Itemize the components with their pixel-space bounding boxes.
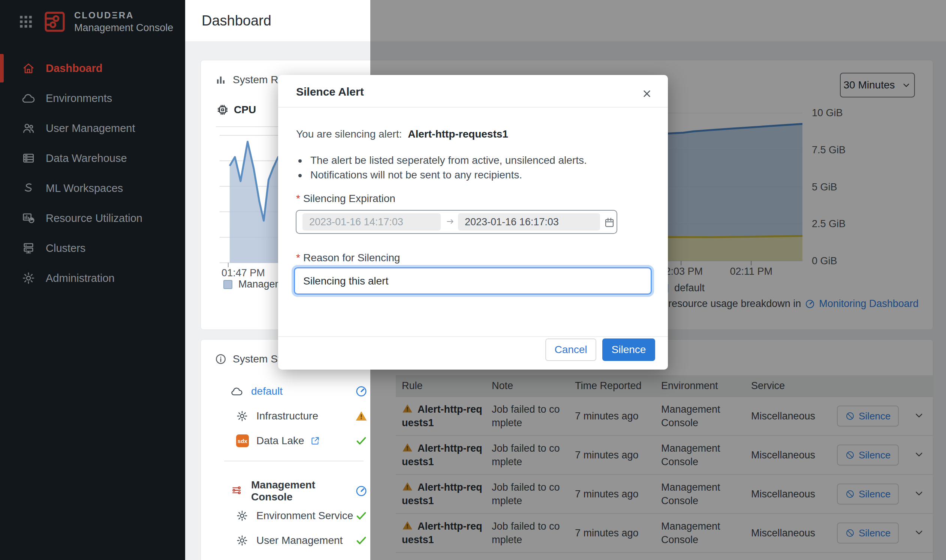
status-item-data-lake: sdxData Lake bbox=[223, 428, 368, 453]
sidebar-item-ml-workspaces[interactable]: ML Workspaces bbox=[0, 173, 185, 203]
warning-icon bbox=[355, 410, 368, 422]
expiration-label: *Silencing Expiration bbox=[296, 193, 395, 205]
bar-chart-icon bbox=[215, 74, 227, 86]
intro-label: You are silencing alert: bbox=[296, 128, 402, 140]
app-switcher-grid-icon[interactable] bbox=[18, 14, 34, 29]
sidebar-item-label: Administration bbox=[46, 272, 115, 285]
gear-icon bbox=[236, 534, 248, 546]
cpu-x-tick-label: 01:47 PM bbox=[222, 267, 265, 279]
gear-icon bbox=[22, 271, 35, 285]
cloudera-logo-icon bbox=[43, 10, 67, 34]
status-item-label: User Management bbox=[256, 534, 343, 546]
status-item-ml-control-plane: ML Control Plane bbox=[223, 553, 368, 560]
reason-label: *Reason for Silencing bbox=[296, 252, 400, 264]
cloud-icon bbox=[22, 91, 35, 105]
app-window: CLOUDΞRA Management Console DashboardEnv… bbox=[0, 0, 946, 560]
modal-intro: You are silencing alert: Alert-http-requ… bbox=[296, 128, 508, 140]
sidebar-item-label: Environments bbox=[46, 92, 112, 105]
status-group-management-console: Management Console bbox=[223, 478, 368, 503]
close-icon[interactable] bbox=[641, 88, 653, 100]
resource-icon bbox=[22, 211, 35, 225]
alert-name: Alert-http-requests1 bbox=[408, 128, 508, 140]
arrow-right-icon bbox=[446, 217, 455, 226]
check-icon bbox=[355, 509, 368, 522]
sidebar-menu: DashboardEnvironmentsUser ManagementData… bbox=[0, 53, 185, 293]
sidebar-item-environments[interactable]: Environments bbox=[0, 83, 185, 113]
status-item-label: Infrastructure bbox=[256, 410, 318, 422]
gear-icon bbox=[236, 410, 248, 422]
sidebar-item-label: Dashboard bbox=[46, 62, 102, 75]
info-icon bbox=[215, 353, 227, 365]
sidebar-item-data-warehouse[interactable]: Data Warehouse bbox=[0, 143, 185, 173]
sidebar-item-label: User Management bbox=[46, 122, 135, 135]
modal-header-divider bbox=[278, 107, 668, 108]
check-icon bbox=[355, 434, 368, 447]
gear-icon bbox=[236, 510, 248, 522]
cpu-icon bbox=[217, 104, 229, 116]
status-item-infrastructure: Infrastructure bbox=[223, 404, 368, 428]
status-divider bbox=[224, 461, 363, 462]
required-asterisk: * bbox=[296, 193, 300, 204]
modal-title: Silence Alert bbox=[296, 85, 364, 98]
modal-footer-divider bbox=[278, 336, 668, 337]
brand: CLOUDΞRA Management Console bbox=[0, 0, 185, 34]
status-item-user-management: User Management bbox=[223, 528, 368, 553]
sidebar-item-clusters[interactable]: Clusters bbox=[0, 233, 185, 263]
reason-input[interactable] bbox=[294, 267, 652, 295]
sidebar-item-resource-utilization[interactable]: Resource Utilization bbox=[0, 203, 185, 233]
users-icon bbox=[22, 122, 35, 135]
sidebar-item-label: Resource Utilization bbox=[46, 212, 142, 225]
mc-icon bbox=[231, 485, 243, 497]
ml-icon bbox=[22, 182, 35, 195]
expiration-end-input[interactable]: 2023-01-16 16:17:03 bbox=[458, 213, 600, 231]
bullet-item: The alert be listed seperately from acti… bbox=[310, 154, 587, 166]
tab-cpu-label: CPU bbox=[234, 104, 256, 116]
sidebar-item-dashboard[interactable]: Dashboard bbox=[0, 53, 185, 83]
calendar-icon[interactable] bbox=[604, 217, 615, 228]
sidebar-item-label: ML Workspaces bbox=[46, 182, 123, 195]
tab-cpu[interactable]: CPU bbox=[217, 104, 256, 116]
brand-name: CLOUDΞRA bbox=[74, 10, 173, 21]
sidebar-item-administration[interactable]: Administration bbox=[0, 263, 185, 293]
gauge-icon[interactable] bbox=[355, 385, 368, 398]
cpu-legend-swatch bbox=[223, 280, 232, 289]
expiration-range-picker[interactable]: 2023-01-16 14:17:03 2023-01-16 16:17:03 bbox=[296, 210, 617, 234]
expiration-start-input[interactable]: 2023-01-16 14:17:03 bbox=[303, 213, 441, 231]
status-group-label[interactable]: default bbox=[251, 385, 283, 397]
warehouse-icon bbox=[22, 151, 35, 165]
silence-alert-modal: Silence Alert You are silencing alert: A… bbox=[278, 75, 668, 369]
sidebar-item-user-management[interactable]: User Management bbox=[0, 113, 185, 143]
required-asterisk: * bbox=[296, 252, 300, 263]
home-icon bbox=[22, 62, 35, 75]
status-item-label: Environment Service bbox=[256, 510, 353, 522]
sidebar-item-label: Clusters bbox=[46, 242, 85, 254]
brand-subtitle: Management Console bbox=[74, 22, 173, 34]
sdx-badge: sdx bbox=[236, 434, 249, 447]
cloud-icon bbox=[231, 385, 243, 397]
status-group-label: Management Console bbox=[251, 479, 355, 503]
cancel-button[interactable]: Cancel bbox=[545, 338, 596, 361]
status-group-default[interactable]: default bbox=[223, 379, 368, 404]
status-item-environment-service: Environment Service bbox=[223, 503, 368, 528]
gauge-icon[interactable] bbox=[355, 485, 368, 497]
status-item-label: Data Lake bbox=[256, 435, 305, 447]
check-icon bbox=[355, 534, 368, 547]
status-list: defaultInfrastructuresdxData LakeManagem… bbox=[223, 379, 368, 560]
sidebar: CLOUDΞRA Management Console DashboardEnv… bbox=[0, 0, 185, 560]
sidebar-item-label: Data Warehouse bbox=[46, 152, 127, 165]
bullet-item: Notifications will not be sent to any re… bbox=[310, 169, 522, 181]
silence-confirm-button[interactable]: Silence bbox=[602, 338, 655, 361]
external-link-icon[interactable] bbox=[310, 436, 320, 446]
clusters-icon bbox=[22, 242, 35, 255]
